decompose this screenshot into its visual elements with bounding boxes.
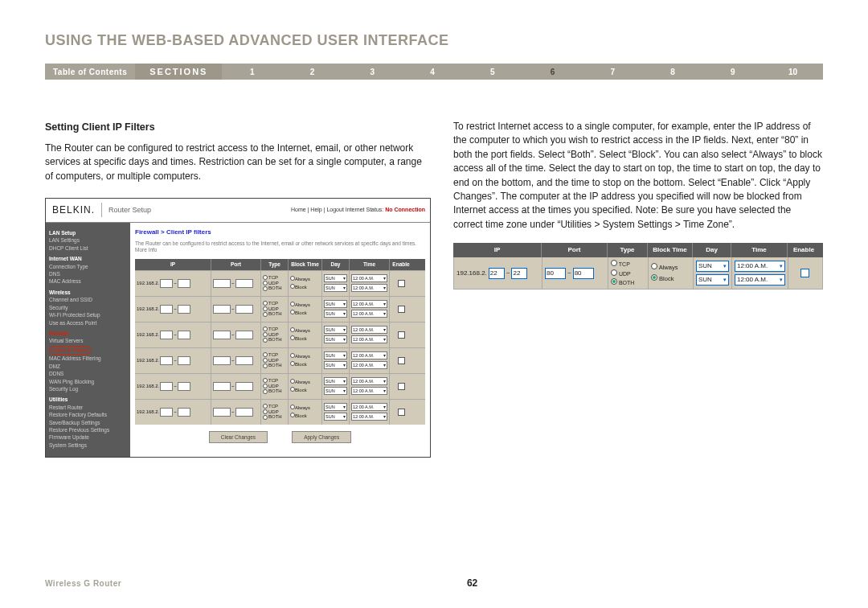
day-start-select[interactable]: SUN▾	[324, 326, 347, 334]
time-start-select[interactable]: 12:00 A.M.▾	[735, 261, 785, 272]
day-start-select[interactable]: SUN▾	[324, 351, 347, 359]
router-side-nav[interactable]: LAN Setup LAN SettingsDHCP Client List I…	[46, 223, 130, 457]
blocktime-block-radio[interactable]: Block	[290, 413, 320, 419]
type-both-radio[interactable]: BOTH	[263, 414, 286, 420]
time-end-select[interactable]: 12:00 A.M.▾	[351, 335, 387, 343]
blocktime-always-radio[interactable]: Always	[290, 276, 320, 282]
blocktime-block-radio[interactable]: Block	[290, 284, 320, 290]
type-udp-radio[interactable]: UDP	[263, 409, 286, 415]
time-start-select[interactable]: 12:00 A.M.▾	[351, 274, 387, 282]
day-start-select[interactable]: SUN▾	[324, 403, 347, 411]
type-both-radio[interactable]: BOTH	[263, 388, 286, 394]
ip-end-input[interactable]	[178, 356, 190, 365]
enable-checkbox[interactable]	[800, 269, 809, 277]
day-start-select[interactable]: SUN▾	[324, 377, 347, 385]
blocktime-always-radio[interactable]: Always	[290, 302, 320, 308]
section-8[interactable]: 8	[643, 68, 703, 76]
day-end-select[interactable]: SUN▾	[324, 284, 347, 292]
day-end-select[interactable]: SUN▾	[324, 361, 347, 369]
enable-checkbox[interactable]	[398, 383, 405, 390]
time-end-select[interactable]: 12:00 A.M.▾	[735, 274, 785, 286]
ip-end-input[interactable]	[178, 305, 190, 314]
apply-changes-button[interactable]: Apply Changes	[292, 431, 351, 444]
enable-checkbox[interactable]	[398, 331, 405, 339]
port-end-input[interactable]	[235, 382, 253, 391]
enable-checkbox[interactable]	[398, 409, 405, 416]
time-end-select[interactable]: 12:00 A.M.▾	[351, 413, 387, 421]
day-end-select[interactable]: SUN▾	[324, 413, 347, 421]
ip-start-input[interactable]	[160, 305, 173, 314]
section-4[interactable]: 4	[403, 68, 463, 76]
time-end-select[interactable]: 12:00 A.M.▾	[351, 387, 387, 395]
blocktime-block-radio[interactable]: Block	[290, 361, 320, 368]
port-start-input[interactable]: 80	[545, 268, 566, 279]
time-start-select[interactable]: 12:00 A.M.▾	[351, 351, 387, 359]
port-end-input[interactable]	[235, 331, 253, 339]
ip-end-input[interactable]	[178, 382, 190, 391]
ip-start-input[interactable]	[160, 356, 173, 365]
ip-end-input[interactable]	[178, 408, 190, 417]
toc-link[interactable]: Table of Contents	[45, 68, 135, 76]
blocktime-always-radio[interactable]: Always	[290, 379, 320, 385]
ip-end-input[interactable]	[178, 279, 190, 288]
type-udp-radio[interactable]: UDP	[263, 306, 286, 312]
type-both-radio[interactable]: BOTH	[263, 337, 286, 343]
time-end-select[interactable]: 12:00 A.M.▾	[351, 361, 387, 369]
clear-changes-button[interactable]: Clear Changes	[209, 431, 268, 444]
enable-checkbox[interactable]	[398, 306, 405, 313]
port-start-input[interactable]	[213, 382, 231, 391]
section-1[interactable]: 1	[222, 68, 282, 76]
blocktime-block-radio[interactable]: Block	[290, 387, 320, 393]
ip-end-input[interactable]	[178, 331, 190, 339]
type-udp-radio[interactable]: UDP	[263, 281, 286, 286]
ip-start-input[interactable]	[160, 331, 173, 339]
blocktime-always-radio[interactable]: Always	[651, 263, 690, 272]
port-start-input[interactable]	[213, 408, 231, 417]
port-end-input[interactable]	[235, 408, 253, 417]
port-end-input[interactable]	[235, 356, 253, 365]
section-9[interactable]: 9	[702, 68, 763, 76]
day-end-select[interactable]: SUN▾	[324, 335, 347, 343]
time-start-select[interactable]: 12:00 A.M.▾	[351, 377, 387, 385]
type-tcp-radio[interactable]: TCP	[263, 352, 286, 358]
type-tcp-radio[interactable]: TCP	[263, 301, 286, 306]
type-udp-radio[interactable]: UDP	[611, 269, 645, 277]
enable-checkbox[interactable]	[398, 280, 405, 287]
port-start-input[interactable]	[213, 305, 231, 314]
section-2[interactable]: 2	[282, 68, 342, 76]
time-start-select[interactable]: 12:00 A.M.▾	[351, 403, 387, 411]
section-6[interactable]: 6	[522, 68, 583, 76]
day-start-select[interactable]: SUN▾	[696, 261, 729, 272]
ip-start-input[interactable]: 22	[489, 268, 505, 279]
type-udp-radio[interactable]: UDP	[263, 358, 286, 364]
blocktime-always-radio[interactable]: Always	[290, 405, 320, 411]
time-end-select[interactable]: 12:00 A.M.▾	[351, 310, 387, 318]
day-end-select[interactable]: SUN▾	[324, 310, 347, 318]
ip-start-input[interactable]	[160, 382, 173, 391]
section-3[interactable]: 3	[342, 68, 403, 76]
type-tcp-radio[interactable]: TCP	[263, 327, 286, 332]
blocktime-always-radio[interactable]: Always	[290, 327, 320, 334]
type-udp-radio[interactable]: UDP	[263, 384, 286, 389]
port-end-input[interactable]	[235, 305, 253, 314]
type-tcp-radio[interactable]: TCP	[263, 404, 286, 409]
enable-checkbox[interactable]	[398, 357, 405, 364]
blocktime-always-radio[interactable]: Always	[290, 353, 320, 359]
type-both-radio[interactable]: BOTH	[263, 286, 286, 291]
day-end-select[interactable]: SUN▾	[696, 274, 729, 286]
ip-start-input[interactable]	[160, 408, 173, 417]
day-end-select[interactable]: SUN▾	[324, 387, 347, 395]
type-udp-radio[interactable]: UDP	[263, 332, 286, 338]
blocktime-block-radio[interactable]: Block	[651, 274, 690, 283]
port-end-input[interactable]	[235, 279, 253, 288]
section-10[interactable]: 10	[763, 68, 823, 76]
port-end-input[interactable]: 80	[573, 268, 594, 279]
type-tcp-radio[interactable]: TCP	[263, 275, 286, 281]
blocktime-block-radio[interactable]: Block	[290, 310, 320, 316]
port-start-input[interactable]	[213, 279, 231, 288]
type-both-radio[interactable]: BOTH	[263, 311, 286, 317]
section-7[interactable]: 7	[583, 68, 643, 76]
time-start-select[interactable]: 12:00 A.M.▾	[351, 300, 387, 308]
port-start-input[interactable]	[213, 356, 231, 365]
day-start-select[interactable]: SUN▾	[324, 300, 347, 308]
